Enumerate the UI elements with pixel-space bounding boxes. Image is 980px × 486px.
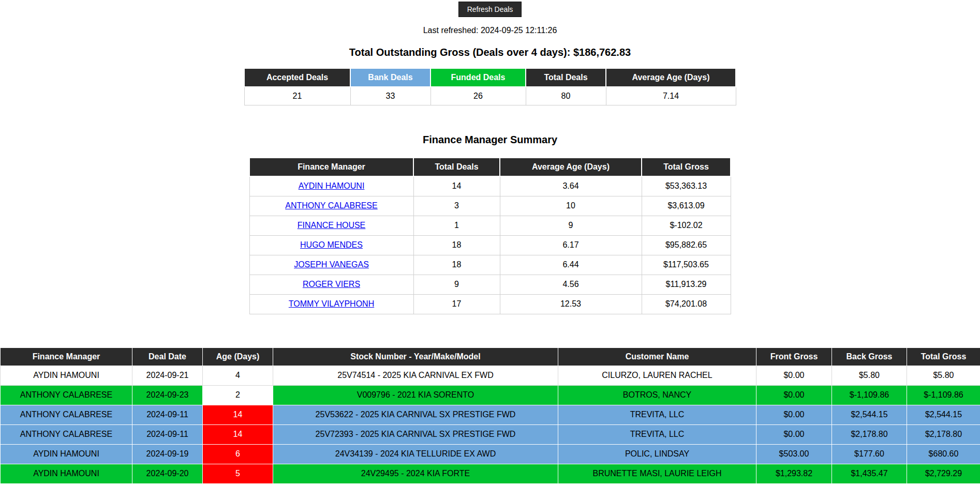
deal-total-gross-cell: $680.60 (907, 444, 980, 464)
deal-total-gross-cell: $2,178.80 (907, 424, 980, 444)
deal-finance-manager-cell: ANTHONY CALABRESE (1, 385, 132, 405)
stats-value-accepted-deals: 21 (244, 87, 350, 105)
deals-dashboard-top: Refresh Deals Last refreshed: 2024-09-25… (0, 2, 980, 314)
fm-total-deals-cell: 14 (413, 176, 500, 196)
deal-age-cell: 14 (203, 405, 273, 424)
deals-body: AYDIN HAMOUNI2024-09-21425V74514 - 2025 … (1, 366, 980, 483)
deal-finance-manager-cell: AYDIN HAMOUNI (1, 366, 132, 385)
deal-back-gross-cell: $-1,109.86 (832, 385, 907, 405)
deal-date-cell: 2024-09-23 (132, 385, 203, 405)
outstanding-deals-table: Finance Manager Deal Date Age (Days) Sto… (0, 347, 980, 484)
fm-total-gross-cell: $95,882.65 (642, 235, 731, 255)
deal-customer-cell: BOTROS, NANCY (558, 385, 756, 405)
fm-avg-age-cell: 3.64 (500, 176, 642, 196)
fm-summary-header-row: Finance Manager Total Deals Average Age … (249, 158, 731, 176)
finance-manager-summary-heading: Finance Manager Summary (0, 133, 980, 146)
fm-total-deals-cell: 18 (413, 255, 500, 275)
deal-age-cell: 14 (203, 424, 273, 444)
deals-header-back-gross: Back Gross (832, 347, 907, 366)
finance-manager-link[interactable]: TOMMY VILAYPHONH (289, 299, 374, 308)
total-outstanding-heading: Total Outstanding Gross (Deals over 4 da… (0, 46, 980, 58)
fm-summary-row: HUGO MENDES186.17$95,882.65 (249, 235, 731, 255)
finance-manager-link[interactable]: ROGER VIERS (303, 280, 360, 288)
fm-header-finance-manager: Finance Manager (249, 158, 413, 176)
deal-row: ANTHONY CALABRESE2024-09-111425V72393 - … (1, 424, 980, 444)
stats-header-row: Accepted Deals Bank Deals Funded Deals T… (244, 68, 736, 87)
deal-date-cell: 2024-09-19 (132, 444, 203, 464)
fm-total-deals-cell: 18 (413, 235, 500, 255)
fm-name-cell: JOSEPH VANEGAS (249, 255, 413, 275)
deal-total-gross-cell: $2,544.15 (907, 405, 980, 424)
fm-summary-row: JOSEPH VANEGAS186.44$117,503.65 (249, 255, 731, 275)
deal-row: ANTHONY CALABRESE2024-09-111425V53622 - … (1, 405, 980, 424)
stats-value-funded-deals: 26 (430, 87, 526, 105)
refresh-deals-button[interactable]: Refresh Deals (458, 2, 522, 17)
fm-summary-body: AYDIN HAMOUNI143.64$53,363.13ANTHONY CAL… (249, 176, 731, 314)
deal-front-gross-cell: $0.00 (756, 405, 832, 424)
fm-header-total-gross: Total Gross (642, 158, 731, 176)
fm-total-deals-cell: 3 (413, 196, 500, 216)
fm-summary-row: ANTHONY CALABRESE310$3,613.09 (249, 196, 731, 216)
deal-date-cell: 2024-09-20 (132, 464, 203, 483)
fm-header-average-age: Average Age (Days) (500, 158, 642, 176)
fm-avg-age-cell: 4.56 (500, 275, 642, 294)
deals-header-finance-manager: Finance Manager (1, 347, 132, 366)
deal-row: ANTHONY CALABRESE2024-09-232V009796 - 20… (1, 385, 980, 405)
finance-manager-link[interactable]: JOSEPH VANEGAS (294, 260, 369, 269)
deal-front-gross-cell: $503.00 (756, 444, 832, 464)
deal-customer-cell: POLIC, LINDSAY (558, 444, 756, 464)
deal-age-cell: 4 (203, 366, 273, 385)
deal-stock-cell: 24V34139 - 2024 KIA TELLURIDE EX AWD (273, 444, 558, 464)
finance-manager-link[interactable]: ANTHONY CALABRESE (285, 201, 377, 210)
stats-header-accepted-deals: Accepted Deals (244, 68, 350, 87)
stats-value-average-age: 7.14 (606, 87, 736, 105)
deals-header-deal-date: Deal Date (132, 347, 203, 366)
deals-header-total-gross: Total Gross (907, 347, 980, 366)
deal-row: AYDIN HAMOUNI2024-09-19624V34139 - 2024 … (1, 444, 980, 464)
stats-value-bank-deals: 33 (350, 87, 430, 105)
deal-customer-cell: BRUNETTE MASI, LAURIE LEIGH (558, 464, 756, 483)
stats-header-total-deals: Total Deals (526, 68, 606, 87)
fm-name-cell: ANTHONY CALABRESE (249, 196, 413, 216)
deal-back-gross-cell: $2,544.15 (832, 405, 907, 424)
deals-header-row: Finance Manager Deal Date Age (Days) Sto… (1, 347, 980, 366)
stats-header-bank-deals: Bank Deals (350, 68, 430, 87)
finance-manager-link[interactable]: AYDIN HAMOUNI (299, 181, 365, 190)
stats-value-row: 21 33 26 80 7.14 (244, 87, 736, 105)
finance-manager-link[interactable]: FINANCE HOUSE (298, 221, 366, 230)
fm-avg-age-cell: 6.17 (500, 235, 642, 255)
deal-age-cell: 2 (203, 385, 273, 405)
fm-header-total-deals: Total Deals (413, 158, 500, 176)
deal-front-gross-cell: $1,293.82 (756, 464, 832, 483)
last-refreshed-text: Last refreshed: 2024-09-25 12:11:26 (0, 26, 980, 35)
deal-stock-cell: 25V53622 - 2025 KIA CARNIVAL SX PRESTIGE… (273, 405, 558, 424)
fm-total-deals-cell: 9 (413, 275, 500, 294)
deal-customer-cell: TREVITA, LLC (558, 405, 756, 424)
deals-header-front-gross: Front Gross (756, 347, 832, 366)
deal-total-gross-cell: $-1,109.86 (907, 385, 980, 405)
deals-header-customer-name: Customer Name (558, 347, 756, 366)
deal-back-gross-cell: $1,435.47 (832, 464, 907, 483)
deal-stats-table: Accepted Deals Bank Deals Funded Deals T… (244, 68, 736, 105)
fm-avg-age-cell: 10 (500, 196, 642, 216)
finance-manager-link[interactable]: HUGO MENDES (300, 240, 363, 249)
deal-date-cell: 2024-09-21 (132, 366, 203, 385)
deals-header-age-days: Age (Days) (203, 347, 273, 366)
fm-summary-row: FINANCE HOUSE19$-102.02 (249, 216, 731, 235)
deal-date-cell: 2024-09-11 (132, 405, 203, 424)
fm-total-deals-cell: 1 (413, 216, 500, 235)
deal-customer-cell: TREVITA, LLC (558, 424, 756, 444)
deal-front-gross-cell: $0.00 (756, 366, 832, 385)
fm-total-gross-cell: $53,363.13 (642, 176, 731, 196)
deal-row: AYDIN HAMOUNI2024-09-21425V74514 - 2025 … (1, 366, 980, 385)
deal-row: AYDIN HAMOUNI2024-09-20524V29495 - 2024 … (1, 464, 980, 483)
deal-back-gross-cell: $2,178.80 (832, 424, 907, 444)
deal-finance-manager-cell: ANTHONY CALABRESE (1, 405, 132, 424)
fm-avg-age-cell: 6.44 (500, 255, 642, 275)
deal-customer-cell: CILURZO, LAUREN RACHEL (558, 366, 756, 385)
deal-stock-cell: 25V72393 - 2025 KIA CARNIVAL SX PRESTIGE… (273, 424, 558, 444)
deal-age-cell: 6 (203, 444, 273, 464)
deal-finance-manager-cell: ANTHONY CALABRESE (1, 424, 132, 444)
deal-date-cell: 2024-09-11 (132, 424, 203, 444)
deal-total-gross-cell: $5.80 (907, 366, 980, 385)
